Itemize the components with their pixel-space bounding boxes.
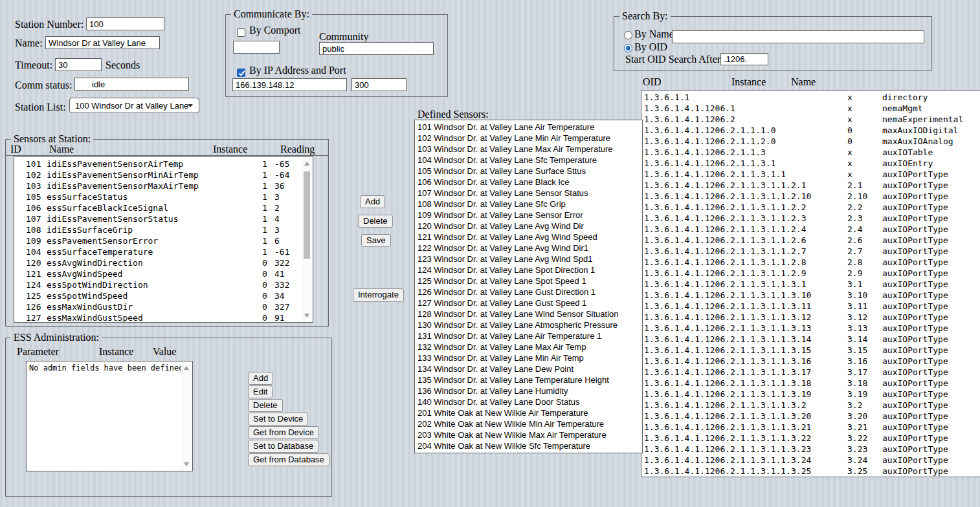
sensors-scrollbar[interactable] <box>302 158 312 321</box>
timeout-input[interactable] <box>55 58 102 71</box>
oid-row[interactable]: 1.3.6.1.4.1.1206.2.1.1.3.1.1xauxIOPortTy… <box>641 169 980 180</box>
scrollbar-thumb[interactable] <box>304 171 310 259</box>
station-list-select[interactable]: 100 Windsor Dr at Valley Lane <box>69 98 199 113</box>
oid-row[interactable]: 1.3.6.1.4.1.1206.2.1.1.3.1.1.3.123.12aux… <box>641 312 980 323</box>
scroll-up-icon[interactable] <box>304 162 309 166</box>
sensors-listbox[interactable]: 101idiEssPavementSensorAirTemp1-65102idi… <box>14 156 313 323</box>
defined-sensor-item[interactable]: 201 White Oak at New Wilkie Air Temperat… <box>415 407 642 418</box>
oid-row[interactable]: 1.3.6.1.4.1.1206.2.1.1.3.1.1.3.103.10aux… <box>641 290 980 301</box>
admin-scrollbar[interactable] <box>181 362 192 470</box>
get-from-device-button[interactable]: Get from Device <box>248 426 319 439</box>
delete-sensor-button[interactable]: Delete <box>358 215 393 228</box>
defined-sensor-item[interactable]: 125 Windsor Dr. at Valley Lane Spot Spee… <box>415 275 642 286</box>
oid-row[interactable]: 1.3.6.1.4.1.1206.2.1.1.3.1xauxIOEntry <box>641 158 980 169</box>
defined-sensor-item[interactable]: 131 Windsor Dr. at Valley Lane Air Tempe… <box>415 330 642 341</box>
sensor-row[interactable]: 105essSurfaceStatus13 <box>14 191 313 202</box>
by-ip-checkbox[interactable] <box>237 69 245 77</box>
defined-sensor-item[interactable]: 124 Windsor Dr. at Valley Lane Spot Dire… <box>415 264 642 275</box>
oid-row[interactable]: 1.3.6.1.4.1.1206.2.1.1.3.1.1.2.22.2auxIO… <box>641 202 980 213</box>
sensor-row[interactable]: 103idiEssPavementSensorMaxAirTemp136 <box>14 180 313 191</box>
oid-row[interactable]: 1.3.6.1.4.1.1206.2.1.1.3.1.1.3.233.23aux… <box>641 444 980 455</box>
oid-row[interactable]: 1.3.6.1.4.1.1206.2.1.1.3.1.1.3.183.18aux… <box>641 378 980 389</box>
oid-row[interactable]: 1.3.6.1.4.1.1206.2.1.1.3.1.1.2.12.1auxIO… <box>641 180 980 191</box>
search-name-input[interactable] <box>672 30 924 43</box>
scroll-down-icon[interactable] <box>304 314 309 318</box>
comport-input[interactable] <box>233 41 280 54</box>
oid-row[interactable]: 1.3.6.1.4.1.1206.2.1.1.3.1.1.2.72.7auxIO… <box>641 246 980 257</box>
defined-sensor-item[interactable]: 132 Windsor Dr. at Valley Lane Max Air T… <box>415 341 642 352</box>
comm-status-input[interactable] <box>74 78 189 91</box>
defined-sensor-item[interactable]: 130 Windsor Dr. at Valley Lane Atmospher… <box>415 319 642 330</box>
oid-row[interactable]: 1.3.6.1.4.1.1206.1xnemaMgmt <box>641 103 980 114</box>
oid-row[interactable]: 1.3.6.1.4.1.1206.2.1.1.3.1.1.2.62.6auxIO… <box>641 235 980 246</box>
sensor-row[interactable]: 107idiEssPavementSensorStatus14 <box>14 213 313 224</box>
oid-row[interactable]: 1.3.6.1.4.1.1206.2.1.1.3.1.1.3.223.22aux… <box>641 433 980 444</box>
oid-row[interactable]: 1.3.6.1.4.1.1206.2.1.1.3.1.1.3.13.1auxIO… <box>641 279 980 290</box>
by-name-radio[interactable] <box>624 31 632 39</box>
oid-row[interactable]: 1.3.6.1.1xdirectory <box>641 92 980 103</box>
defined-sensor-item[interactable]: 203 White Oak at New Wilkie Max Air Temp… <box>415 429 642 440</box>
defined-sensor-item[interactable]: 123 Windsor Dr. at Valley Lane Avg Wind … <box>415 253 642 264</box>
defined-sensor-item[interactable]: 127 Windsor Dr. at Valley Lane Gust Spee… <box>415 297 642 308</box>
oid-row[interactable]: 1.3.6.1.4.1.1206.2.1.1.3.1.1.3.203.20aux… <box>641 411 980 422</box>
defined-sensor-item[interactable]: 104 Windsor Dr. at Valley Lane Sfc Tempe… <box>415 155 642 166</box>
oid-row[interactable]: 1.3.6.1.4.1.1206.2.1.1.3.1.1.3.173.17aux… <box>641 367 980 378</box>
scroll-down-icon[interactable] <box>184 462 189 466</box>
set-to-database-button[interactable]: Set to Database <box>248 440 318 453</box>
sensor-row[interactable]: 120essAvgWindDirection0322 <box>14 257 313 268</box>
sensor-row[interactable]: 104essSurfaceTemperature1-61 <box>14 246 313 257</box>
defined-sensor-item[interactable]: 106 Windsor Dr. at Valley Lane Black Ice <box>415 177 642 188</box>
oid-row[interactable]: 1.3.6.1.4.1.1206.2.1.1.3.1.1.2.42.4auxIO… <box>641 224 980 235</box>
oid-row[interactable]: 1.3.6.1.4.1.1206.2.1.1.3.1.1.3.243.24aux… <box>641 455 980 466</box>
oid-row[interactable]: 1.3.6.1.4.1.1206.2.1.1.2.00maxAuxIOAnalo… <box>641 136 980 147</box>
oid-listbox[interactable]: 1.3.6.1.1xdirectory1.3.6.1.4.1.1206.1xne… <box>641 90 980 477</box>
oid-row[interactable]: 1.3.6.1.4.1.1206.2.1.1.3.1.1.3.163.16aux… <box>641 356 980 367</box>
admin-edit-button[interactable]: Edit <box>248 385 273 398</box>
oid-row[interactable]: 1.3.6.1.4.1.1206.2.1.1.1.00maxAuxIODigit… <box>641 125 980 136</box>
oid-row[interactable]: 1.3.6.1.4.1.1206.2.1.1.3.1.1.3.113.11aux… <box>641 301 980 312</box>
oid-row[interactable]: 1.3.6.1.4.1.1206.2.1.1.3.1.1.2.92.9auxIO… <box>641 268 980 279</box>
defined-sensor-item[interactable]: 120 Windsor Dr. at Valley Lane Avg Wind … <box>415 221 642 232</box>
oid-row[interactable]: 1.3.6.1.4.1.1206.2.1.1.3.1.1.3.153.15aux… <box>641 345 980 356</box>
scroll-up-icon[interactable] <box>184 366 189 370</box>
oid-row[interactable]: 1.3.6.1.4.1.1206.2.1.1.3.1.1.3.143.14aux… <box>641 334 980 345</box>
defined-sensor-item[interactable]: 133 Windsor Dr. at Valley Lane Min Air T… <box>415 352 642 363</box>
defined-sensor-item[interactable]: 105 Windsor Dr. at Valley Lane Surface S… <box>415 166 642 177</box>
sensor-row[interactable]: 126essMaxWindGustDir0327 <box>14 301 313 312</box>
admin-add-button[interactable]: Add <box>248 372 273 385</box>
defined-sensor-item[interactable]: 107 Windsor Dr. at Valley Lane Sensor St… <box>415 188 642 199</box>
oid-row[interactable]: 1.3.6.1.4.1.1206.2.1.1.3.1.1.2.32.3auxIO… <box>641 213 980 224</box>
by-comport-checkbox[interactable] <box>237 28 245 37</box>
defined-sensor-item[interactable]: 136 Windsor Dr. at Valley Lane Humidity <box>415 385 642 396</box>
oid-row[interactable]: 1.3.6.1.4.1.1206.2.1.1.3.1.1.2.82.8auxIO… <box>641 257 980 268</box>
sensor-row[interactable]: 106essSurfaceBlackIceSignal12 <box>14 202 313 213</box>
oid-row[interactable]: 1.3.6.1.4.1.1206.2.1.1.3.1.1.3.253.25aux… <box>641 466 980 477</box>
port-input[interactable] <box>351 78 406 91</box>
defined-sensor-item[interactable]: 128 Windsor Dr. at Valley Lane Wind Sens… <box>415 308 642 319</box>
defined-sensor-item[interactable]: 126 Windsor Dr. at Valley Lane Gust Dire… <box>415 286 642 297</box>
sensor-row[interactable]: 127essMaxWindGustSpeed091 <box>14 312 313 323</box>
sensor-row[interactable]: 109essPavementSensorError16 <box>14 235 313 246</box>
add-sensor-button[interactable]: Add <box>360 195 385 208</box>
defined-sensor-item[interactable]: 121 Windsor Dr. at Valley Lane Avg Wind … <box>415 232 642 243</box>
by-oid-radio[interactable] <box>624 44 632 52</box>
oid-row[interactable]: 1.3.6.1.4.1.1206.2.1.1.3.1.1.3.213.21aux… <box>641 422 980 433</box>
defined-sensors-listbox[interactable]: 101 Windsor Dr. at Valley Lane Air Tempe… <box>414 120 643 453</box>
defined-sensor-item[interactable]: 102 Windsor Dr. at Valley Lane Min Air T… <box>415 133 642 144</box>
oid-row[interactable]: 1.3.6.1.4.1.1206.2.1.1.3.1.1.2.102.10aux… <box>641 191 980 202</box>
oid-row[interactable]: 1.3.6.1.4.1.1206.2.1.1.3.1.1.3.133.13aux… <box>641 323 980 334</box>
defined-sensor-item[interactable]: 134 Windsor Dr. at Valley Lane Dew Point <box>415 363 642 374</box>
defined-sensor-item[interactable]: 109 Windsor Dr. at Valley Lane Sensor Er… <box>415 210 642 221</box>
oid-row[interactable]: 1.3.6.1.4.1.1206.2.1.1.3.1.1.3.193.19aux… <box>641 389 980 400</box>
defined-sensor-item[interactable]: 140 Windsor Dr. at Valley Lane Door Stat… <box>415 396 642 407</box>
oid-row[interactable]: 1.3.6.1.4.1.1206.2.1.1.3xauxIOTable <box>641 147 980 158</box>
admin-delete-button[interactable]: Delete <box>248 399 283 412</box>
sensor-row[interactable]: 124essSpotWindDirection0332 <box>14 279 313 290</box>
interrogate-button[interactable]: Interrogate <box>353 288 404 302</box>
defined-sensor-item[interactable]: 103 Windsor Dr. at Valley Lane Max Air T… <box>415 144 642 155</box>
sensor-row[interactable]: 101idiEssPavementSensorAirTemp1-65 <box>14 158 313 169</box>
oid-row[interactable]: 1.3.6.1.4.1.1206.2.1.1.3.1.1.3.23.2auxIO… <box>641 400 980 411</box>
sensor-row[interactable]: 102idiEssPavementSensorMinAirTemp1-64 <box>14 169 313 180</box>
defined-sensor-item[interactable]: 122 Windsor Dr. at Valley Lane Avg Wind … <box>415 243 642 253</box>
station-number-input[interactable] <box>86 17 164 30</box>
